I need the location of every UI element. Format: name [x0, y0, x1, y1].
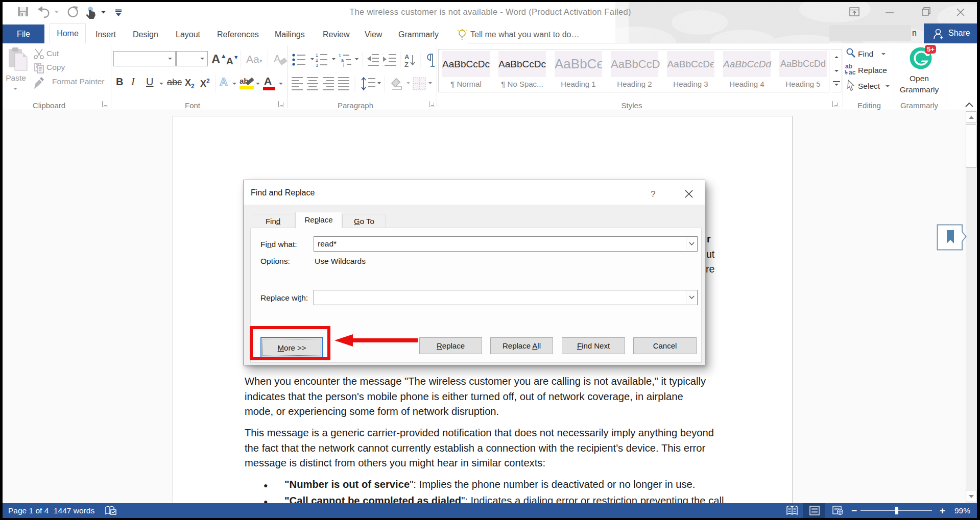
svg-text:A: A: [404, 53, 410, 61]
svg-text:Z: Z: [404, 61, 409, 68]
svg-text:a: a: [341, 58, 344, 63]
svg-text:2: 2: [316, 58, 318, 63]
svg-text:ac: ac: [849, 69, 856, 76]
svg-text:1: 1: [316, 53, 318, 58]
svg-text:i: i: [343, 63, 344, 68]
svg-text:5+: 5+: [927, 45, 935, 53]
svg-text:3: 3: [316, 63, 318, 68]
